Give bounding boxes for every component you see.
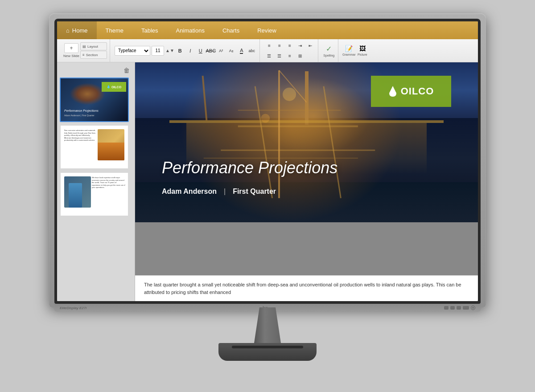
monitor-stand-neck <box>254 307 281 343</box>
grammar-button[interactable]: 📝 Grammar <box>343 43 355 59</box>
slide-canvas[interactable]: OILCO Performance Projections <box>135 62 478 275</box>
italic-button[interactable]: I <box>185 46 195 56</box>
slide3-person <box>69 183 82 208</box>
picture-label: Picture <box>358 53 367 56</box>
slide-2-inner: Non-corrosive substrates and materials h… <box>61 126 128 168</box>
menu-item-review[interactable]: Review <box>248 21 285 39</box>
drop-svg-icon <box>388 85 397 98</box>
menu-item-charts[interactable]: Charts <box>214 21 248 39</box>
font-size-input[interactable] <box>152 46 164 56</box>
toolbar: + New Slide ▤ Layout ≡ Section <box>57 39 478 62</box>
monitor-power-button[interactable] <box>471 306 475 310</box>
slide-1-inner: 💧 OILCO Performance Projections Adam And… <box>61 78 128 121</box>
menu-theme-label: Theme <box>106 27 123 34</box>
menu-charts-label: Charts <box>222 27 239 34</box>
text-style-button[interactable]: abc <box>247 46 257 56</box>
slide1-title-text: Performance Projections <box>64 109 99 112</box>
presentation-title-text: Performance Projections <box>162 158 366 177</box>
power-indicator <box>472 307 474 309</box>
align-center-button[interactable]: ≡ <box>275 41 284 50</box>
new-slide-label: New Slide <box>63 54 79 58</box>
section-icon: ≡ <box>82 53 85 57</box>
monitor-buttons <box>444 306 475 310</box>
slide1-logo: 💧 OILCO <box>102 82 126 92</box>
strikethrough-button[interactable]: ABC <box>206 46 216 56</box>
monitor-btn-1[interactable] <box>444 306 449 310</box>
outdent-button[interactable]: ⇤ <box>305 41 315 50</box>
align-row-top: ≡ ≡ ≡ ⇥ ⇤ <box>264 41 315 50</box>
slide-options: ▤ Layout ≡ Section <box>80 42 107 59</box>
grammar-picture-group: 📝 Grammar 🖼 Picture <box>340 39 371 62</box>
content-area: 🗑 💧 OILCO <box>57 62 478 301</box>
bottom-text-area: The last quarter brought a small yet not… <box>135 275 478 301</box>
slide-panel: 🗑 💧 OILCO <box>57 62 135 301</box>
monitor-btn-3[interactable] <box>457 306 461 310</box>
spelling-button[interactable]: ✓ Spelling <box>323 43 335 59</box>
new-slide-group: + New Slide ▤ Layout ≡ Section <box>61 39 110 62</box>
rig-tower <box>305 71 309 125</box>
menu-tables-label: Tables <box>141 27 158 34</box>
spelling-group: ✓ Spelling <box>320 39 338 62</box>
slide-thumb-3[interactable]: We have local expertise at all major res… <box>60 172 129 216</box>
slide2-image <box>98 129 124 160</box>
delete-button[interactable]: 🗑 <box>122 66 131 75</box>
app-container: ⌂ Home Theme Tables Animations <box>57 21 478 301</box>
table-button[interactable]: ⊞ <box>295 51 305 61</box>
presentation-subtitle: Adam Anderson | First Quarter <box>162 188 276 196</box>
monitor-btn-4[interactable] <box>463 306 469 310</box>
menu-item-theme[interactable]: Theme <box>97 21 132 39</box>
slide1-author-text: Adam Anderson | First Quarter <box>64 114 95 117</box>
menu-item-animations[interactable]: Animations <box>167 21 214 39</box>
decrease-indent-button[interactable]: ≡ <box>285 51 295 61</box>
oilco-logo-text: OILCO <box>401 86 434 97</box>
slide2-pipe <box>98 143 124 160</box>
main-slide-area: OILCO Performance Projections <box>135 62 478 301</box>
number-list-button[interactable]: ☰ <box>275 51 284 61</box>
slide2-text: Non-corrosive substrates and materials h… <box>64 129 98 142</box>
align-row-bottom: ☰ ☰ ≡ ⊞ <box>264 51 315 61</box>
spelling-label: Spelling <box>323 54 334 57</box>
align-right-button[interactable]: ≡ <box>285 41 295 50</box>
align-left-button[interactable]: ≡ <box>264 41 274 50</box>
slide-thumb-1[interactable]: 💧 OILCO Performance Projections Adam And… <box>60 78 129 122</box>
picture-button[interactable]: 🖼 Picture <box>356 43 369 59</box>
monitor-btn-2[interactable] <box>450 306 455 310</box>
author-text: Adam Anderson <box>162 188 217 196</box>
indent-button[interactable]: ⇥ <box>295 41 305 50</box>
menu-bar: ⌂ Home Theme Tables Animations <box>57 21 478 39</box>
oilco-logo-box: OILCO <box>371 76 451 107</box>
trash-icon: 🗑 <box>123 67 130 74</box>
font-family-select[interactable]: Typeface <box>115 46 150 56</box>
bold-button[interactable]: B <box>175 46 185 56</box>
font-controls: Typeface ▲▼ <box>115 46 174 56</box>
slide3-text: We have local expertise at all major res… <box>92 176 125 189</box>
slide1-lights <box>70 83 105 105</box>
superscript-button[interactable]: A² <box>216 46 226 56</box>
monitor-stand-base <box>218 343 317 361</box>
slide-3-inner: We have local expertise at all major res… <box>61 173 128 216</box>
separator-text: | <box>224 188 226 196</box>
align-controls: ≡ ≡ ≡ ⇥ ⇤ ☰ ☰ ≡ ⊞ <box>264 41 315 61</box>
section-button[interactable]: ≡ Section <box>80 51 107 59</box>
slide-thumb-2[interactable]: Non-corrosive substrates and materials h… <box>60 125 129 169</box>
text-color-button[interactable]: A <box>237 46 247 56</box>
monitor-screen: ⌂ Home Theme Tables Animations <box>57 21 478 301</box>
layout-button[interactable]: ▤ Layout <box>80 42 107 50</box>
monitor-outer: ⌂ Home Theme Tables Animations <box>49 13 486 307</box>
new-slide-area: + New Slide <box>63 43 79 58</box>
grammar-label: Grammar <box>342 53 356 56</box>
subscript-button[interactable]: A₂ <box>226 46 236 56</box>
menu-item-tables[interactable]: Tables <box>132 21 167 39</box>
oil-rig-background: OILCO Performance Projections <box>135 62 478 222</box>
font-size-arrows: ▲▼ <box>165 48 174 53</box>
underline-button[interactable]: U <box>196 46 206 56</box>
home-icon: ⌂ <box>66 27 70 34</box>
monitor-bezel: ⌂ Home Theme Tables Animations <box>54 19 481 304</box>
body-text: The last quarter brought a small yet not… <box>144 281 469 296</box>
bullet-list-button[interactable]: ☰ <box>264 51 274 61</box>
grammar-icon: 📝 <box>345 45 353 52</box>
menu-item-home[interactable]: ⌂ Home <box>57 21 97 39</box>
menu-review-label: Review <box>257 27 276 34</box>
new-slide-button[interactable]: + <box>64 43 78 53</box>
font-group: Typeface ▲▼ B I U ABC A² <box>112 39 260 62</box>
